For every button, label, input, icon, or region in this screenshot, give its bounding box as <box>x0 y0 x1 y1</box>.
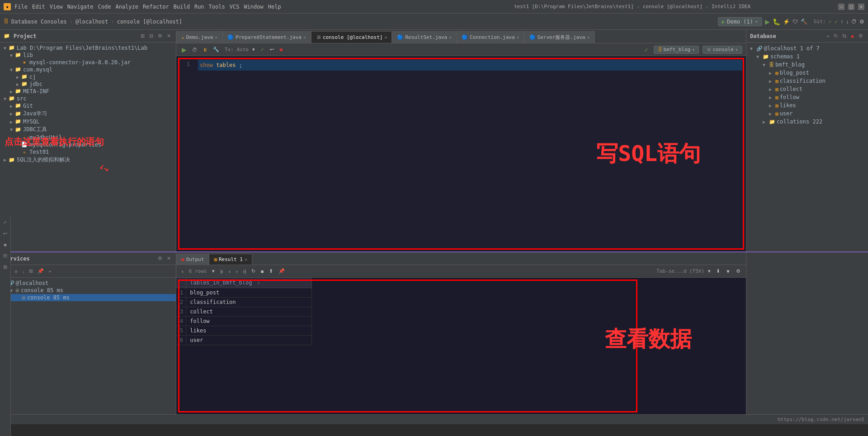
db-tree-localhost[interactable]: ▼ 🔗 @localhost 1 of 7 <box>746 44 868 52</box>
tab-preparedstatement[interactable]: 🔵 PreparedStatement.java ✕ <box>222 31 311 43</box>
tree-item-java-study[interactable]: ▶ 📁 Java学习 <box>0 109 176 118</box>
svc-group-btn[interactable]: ⊞ <box>28 268 34 275</box>
schema-action-btn[interactable]: ⊞ <box>2 264 9 270</box>
result-pin-btn[interactable]: 📌 <box>277 268 287 275</box>
menu-code[interactable]: Code <box>98 4 111 10</box>
rollback-btn[interactable]: ↩ <box>268 46 276 53</box>
col-header-tables[interactable]: Tables_in_bmft_blog ⇕ <box>186 278 312 288</box>
run-button[interactable]: ▶ <box>765 18 770 25</box>
svc-pin-btn[interactable]: 📌 <box>36 268 45 275</box>
stop-action-btn[interactable]: ■ <box>2 242 8 248</box>
db-tree-collations[interactable]: ▶ 📁 collations 222 <box>746 118 868 126</box>
db-sync-btn[interactable]: ⇆ <box>841 33 848 39</box>
tab-close-connection[interactable]: ✕ <box>517 35 519 40</box>
tree-item-mysql[interactable]: ▶ 📁 MYSQL <box>0 118 176 125</box>
menu-run[interactable]: Run <box>194 4 204 10</box>
pause-btn[interactable]: ⏸ <box>201 47 209 53</box>
menu-vcs[interactable]: VCS <box>230 4 240 10</box>
tab-resultset[interactable]: 🔵 ResultSet.java ✕ <box>392 31 457 43</box>
rows-dropdown-btn[interactable]: ▾ <box>210 268 217 275</box>
tree-item-meta-inf[interactable]: ▶ 📁 META-INF <box>0 88 176 95</box>
tab-close-server[interactable]: ✕ <box>587 35 590 40</box>
build-btn[interactable]: 🔨 <box>801 19 807 25</box>
project-settings-btn[interactable]: ⚙ <box>156 33 164 39</box>
maximize-btn[interactable]: □ <box>848 4 854 10</box>
db-tree-likes[interactable]: ▶ ▦ likes <box>746 101 868 109</box>
code-line-1[interactable]: show tables ; <box>198 60 742 71</box>
db-tree-bmft-blog[interactable]: ▼ 🗄 bmft_blog <box>746 61 868 69</box>
result-settings-btn[interactable]: ⚙ <box>734 268 742 275</box>
menu-view[interactable]: View <box>50 4 63 10</box>
db-stop-btn[interactable]: ■ <box>849 33 855 39</box>
project-expand-btn[interactable]: ⊞ <box>139 33 146 39</box>
db-tree-classification[interactable]: ▶ ▦ classification <box>746 77 868 85</box>
code-editor[interactable]: 1 show tables ; 写SQL语句 <box>176 56 746 251</box>
tree-item-cj[interactable]: ▶ 📁 cj <box>0 73 176 81</box>
svc-align-btn[interactable]: ≡ <box>13 268 19 275</box>
run-config-selector[interactable]: ▶ Demo (1) ▾ <box>718 17 762 26</box>
tree-item-mysqlconfig[interactable]: 📄 mysqlConfig.properties <box>0 141 176 148</box>
project-close-btn[interactable]: ✕ <box>165 33 172 39</box>
result-filter-btn[interactable]: ▼ <box>724 268 732 275</box>
db-tree-collect[interactable]: ▶ ▦ collect <box>746 85 868 93</box>
code-content[interactable]: 1 show tables ; <box>180 60 742 71</box>
menu-analyze[interactable]: Analyze <box>115 4 138 10</box>
tab-close-console[interactable]: ✕ <box>384 35 387 40</box>
db-tree-user[interactable]: ▶ ▦ user <box>746 109 868 118</box>
tree-item-jdbc[interactable]: ▶ 📁 jdbc <box>0 81 176 88</box>
db-add-btn[interactable]: + <box>825 33 830 39</box>
result-next-btn[interactable]: › <box>234 268 240 275</box>
coverage-button[interactable]: 🛡 <box>793 19 798 25</box>
menu-navigate[interactable]: Navigate <box>67 4 94 10</box>
git-pull-btn[interactable]: ↓ <box>846 19 849 25</box>
svc-add-btn[interactable]: + <box>47 268 52 275</box>
minimize-btn[interactable]: — <box>838 4 844 10</box>
tab-demo-java[interactable]: ☕ Demo.java ✕ <box>176 31 222 43</box>
services-close-btn[interactable]: ✕ <box>165 255 172 262</box>
tab-close-resultset[interactable]: ✕ <box>449 35 452 40</box>
tree-item-myjdbcutil[interactable]: ☕ myJdbcUtil <box>0 134 176 141</box>
profile-selector[interactable]: 🗄 bmft_blog ▾ <box>654 46 699 54</box>
tree-item-lab[interactable]: ▼ 📁 Lab D:\Program Files\JetBrains\test1… <box>0 44 176 52</box>
tx-dropdown-btn[interactable]: ▾ <box>250 46 257 53</box>
result-export-btn[interactable]: ⬆ <box>267 268 275 275</box>
menu-edit[interactable]: Edit <box>32 4 45 10</box>
code-lines[interactable]: show tables ; <box>198 60 742 71</box>
db-tree[interactable]: ▼ 🔗 @localhost 1 of 7 ▼ 📁 schemas 1 ▼ 🗄 … <box>746 43 868 251</box>
commit-btn[interactable]: ✓ <box>259 46 266 53</box>
settings-btn[interactable]: ⚙ <box>859 19 864 25</box>
svc-tree-console[interactable]: ▼ 🖥 console 85 ms <box>0 287 176 294</box>
result-prev2-btn[interactable]: ‹ <box>227 268 232 275</box>
profile-button[interactable]: ⚡ <box>783 19 790 25</box>
tab-close-prepared[interactable]: ✕ <box>303 35 306 40</box>
menu-help[interactable]: Help <box>268 4 281 10</box>
tsv-dropdown-btn[interactable]: ▾ <box>706 268 712 275</box>
close-btn[interactable]: ✕ <box>858 4 864 10</box>
col-sort-icon[interactable]: ⇕ <box>257 280 260 286</box>
db-tree-schemas[interactable]: ▼ 📁 schemas 1 <box>746 52 868 61</box>
tree-item-jdbc-tools[interactable]: ▼ 📁 JDBC工具 <box>0 125 176 134</box>
services-tree[interactable]: ▼ 🔗 @localhost ▼ 🖥 console 85 ms 🖥 conso… <box>0 278 176 414</box>
tab-console-localhost[interactable]: 🖥 console [@localhost] ✕ <box>311 31 392 43</box>
split-btn[interactable]: ⊟ <box>2 252 9 259</box>
result-tab-output[interactable]: ● Output <box>176 254 209 265</box>
schema-btn[interactable]: 🔧 <box>211 46 221 53</box>
result-last-btn[interactable]: ›| <box>241 268 248 275</box>
tree-item-test01[interactable]: ☕ Test01 <box>0 148 176 156</box>
services-settings-btn[interactable]: ⚙ <box>156 255 164 262</box>
menu-file[interactable]: File <box>14 4 28 10</box>
git-push-btn[interactable]: ↑ <box>840 19 843 25</box>
db-settings-btn[interactable]: ⚙ <box>857 33 864 39</box>
undo-btn[interactable]: ↩ <box>2 230 9 237</box>
checkmark-btn[interactable]: ✓ <box>2 219 9 226</box>
tab-connection[interactable]: 🔵 Connection.java ✕ <box>457 31 524 43</box>
tree-item-lib[interactable]: ▼ 📁 lib <box>0 52 176 59</box>
stop-btn[interactable]: ■ <box>278 46 284 53</box>
result-tab-result1[interactable]: ▦ Result 1 ✕ <box>209 254 252 265</box>
result1-tab-close[interactable]: ✕ <box>245 257 247 262</box>
tree-item-git[interactable]: ▶ 📁 Git <box>0 102 176 109</box>
debug-button[interactable]: 🐛 <box>773 18 780 25</box>
tree-item-mysql-jar[interactable]: ▪ mysql-connector-java-8.0.20.jar <box>0 59 176 66</box>
result-download-btn[interactable]: ⬇ <box>714 268 722 275</box>
result-prev-btn[interactable]: ‹ <box>180 268 185 275</box>
